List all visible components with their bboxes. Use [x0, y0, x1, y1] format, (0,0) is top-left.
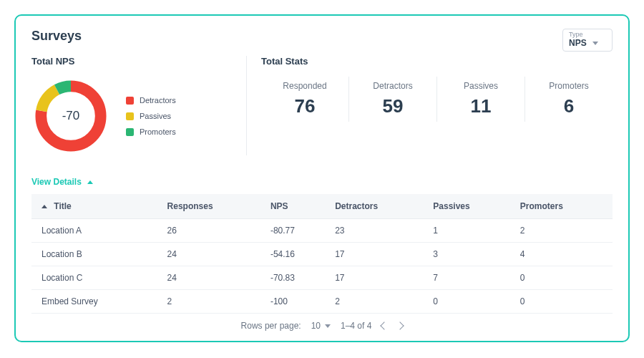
page-prev-button[interactable]	[381, 321, 389, 329]
cell-promoters: 2	[514, 219, 613, 243]
col-header-promoters[interactable]: Promoters	[514, 194, 613, 219]
surveys-card: Surveys Type NPS Total NPS -70	[14, 14, 630, 342]
cell-promoters: 0	[514, 290, 613, 314]
cell-passives: 1	[427, 219, 514, 243]
stat-responded: Responded 76	[261, 77, 349, 122]
stat-value: 76	[264, 95, 346, 117]
cell-nps: -100	[265, 290, 329, 314]
chevron-down-icon	[592, 42, 598, 45]
cell-nps: -70.83	[265, 266, 329, 290]
type-select[interactable]: Type NPS	[562, 29, 613, 52]
view-details-label: View Details	[31, 177, 82, 187]
rows-per-page-select[interactable]: 10	[311, 321, 331, 331]
cell-responses: 24	[162, 243, 265, 266]
cell-passives: 3	[427, 243, 514, 266]
col-header-passives[interactable]: Passives	[427, 194, 514, 219]
swatch-icon	[126, 97, 134, 105]
legend-label: Passives	[140, 112, 171, 120]
type-select-label: Type	[569, 31, 608, 38]
cell-nps: -80.77	[265, 219, 329, 243]
stat-passives: Passives 11	[437, 77, 525, 122]
legend-item-passives: Passives	[126, 112, 176, 120]
cell-promoters: 0	[514, 266, 613, 290]
cell-title: Embed Survey	[31, 290, 162, 314]
total-stats-panel: Total Stats Responded 76 Detractors 59 P…	[246, 56, 613, 155]
nps-legend: Detractors Passives Promoters	[126, 96, 176, 136]
stat-value: 6	[528, 95, 610, 117]
table-row[interactable]: Location B24-54.161734	[31, 243, 613, 266]
chevron-down-icon	[325, 324, 331, 328]
sort-asc-icon	[42, 205, 47, 208]
swatch-icon	[126, 128, 134, 136]
view-details-toggle[interactable]: View Details	[31, 177, 93, 187]
cell-detractors: 23	[329, 219, 427, 243]
survey-table: Title Responses NPS Detractors Passives …	[31, 194, 613, 314]
cell-responses: 2	[162, 290, 265, 314]
type-select-value: NPS	[569, 38, 587, 48]
table-row[interactable]: Location A26-80.772312	[31, 219, 613, 243]
swatch-icon	[126, 112, 134, 120]
stat-label: Responded	[264, 81, 346, 91]
nps-score: -70	[31, 77, 110, 155]
page-next-button[interactable]	[396, 321, 404, 329]
table-row[interactable]: Embed Survey2-100200	[31, 290, 613, 314]
stat-label: Promoters	[528, 81, 610, 91]
page-title: Surveys	[31, 29, 82, 44]
pagination: Rows per page: 10 1–4 of 4	[31, 314, 613, 332]
col-header-title[interactable]: Title	[31, 194, 162, 219]
cell-nps: -54.16	[265, 243, 329, 266]
rows-per-page-label: Rows per page:	[241, 321, 301, 331]
legend-item-promoters: Promoters	[126, 127, 176, 136]
stat-label: Detractors	[352, 81, 434, 91]
rows-per-page-value: 10	[311, 321, 321, 331]
table-row[interactable]: Location C24-70.831770	[31, 266, 613, 290]
table-header-row: Title Responses NPS Detractors Passives …	[31, 194, 613, 219]
cell-title: Location B	[31, 243, 162, 266]
card-header: Surveys Type NPS	[31, 29, 613, 52]
cell-title: Location A	[31, 219, 162, 243]
stat-value: 59	[352, 95, 434, 117]
cell-responses: 26	[162, 219, 265, 243]
legend-label: Promoters	[140, 127, 176, 136]
col-header-label: Title	[54, 201, 71, 211]
cell-detractors: 17	[329, 266, 427, 290]
col-header-detractors[interactable]: Detractors	[329, 194, 427, 219]
cell-responses: 24	[162, 266, 265, 290]
legend-label: Detractors	[140, 96, 176, 105]
chevron-up-icon	[87, 180, 93, 184]
pagination-range: 1–4 of 4	[341, 321, 371, 331]
cell-detractors: 17	[329, 243, 427, 266]
stat-detractors: Detractors 59	[349, 77, 437, 122]
total-nps-title: Total NPS	[31, 56, 239, 67]
legend-item-detractors: Detractors	[126, 96, 176, 105]
nps-donut-chart: -70	[31, 77, 110, 155]
stat-label: Passives	[440, 81, 522, 91]
cell-title: Location C	[31, 266, 162, 290]
cell-passives: 7	[427, 266, 514, 290]
total-stats-title: Total Stats	[261, 56, 613, 67]
cell-detractors: 2	[329, 290, 427, 314]
stat-value: 11	[440, 95, 522, 117]
col-header-nps[interactable]: NPS	[265, 194, 329, 219]
cell-passives: 0	[427, 290, 514, 314]
total-nps-panel: Total NPS -70 Detractors	[31, 56, 246, 155]
cell-promoters: 4	[514, 243, 613, 266]
stat-promoters: Promoters 6	[525, 77, 613, 122]
col-header-responses[interactable]: Responses	[162, 194, 265, 219]
